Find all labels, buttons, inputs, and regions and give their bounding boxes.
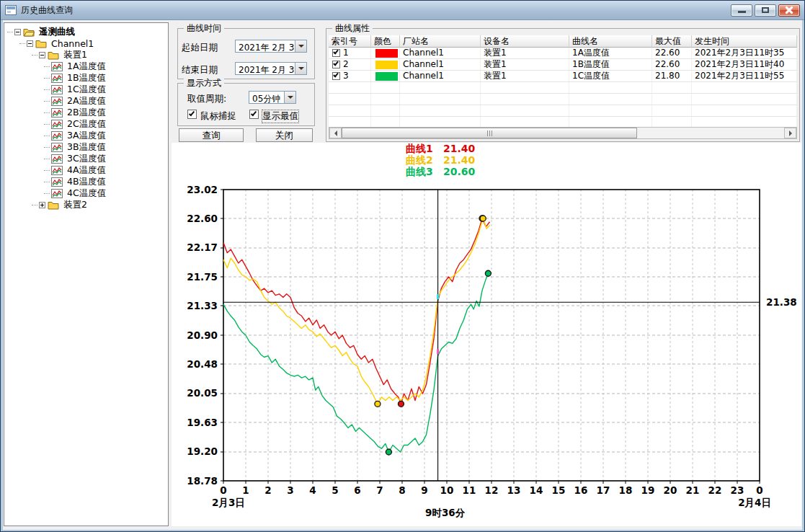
tree-item[interactable]: 2C温度值 [4, 118, 168, 130]
query-button[interactable]: 查询 [179, 128, 244, 142]
maximize-button[interactable] [755, 4, 776, 17]
color-cell [371, 48, 400, 58]
table-row[interactable]: 1Channel1装置11A温度值22.602021年2月3日11时35 [329, 48, 797, 59]
tree-item-label[interactable]: 3C温度值 [66, 153, 107, 165]
tree-item-label[interactable]: 3A温度值 [66, 130, 107, 142]
curve-color-swatch [375, 61, 398, 69]
tree-item[interactable]: 1A温度值 [4, 61, 168, 72]
chevron-down-icon[interactable] [295, 63, 306, 74]
curve-icon [51, 166, 63, 175]
tree-item-label[interactable]: 4C温度值 [66, 187, 107, 200]
expand-icon[interactable] [39, 202, 45, 208]
tree-item[interactable]: Channel1 [4, 37, 168, 49]
table-horizontal-scrollbar[interactable] [329, 127, 797, 139]
empty-cell [400, 82, 481, 93]
curve-color-swatch [375, 49, 398, 58]
scroll-right-icon[interactable] [784, 128, 796, 138]
max-value-cell: 21.80 [652, 71, 692, 81]
empty-cell [329, 105, 371, 116]
max-value-cell: 22.60 [652, 48, 692, 58]
collapse-icon[interactable] [14, 29, 21, 35]
legend-curve-name: 曲线3 [406, 166, 443, 177]
column-header[interactable]: 发生时间 [692, 35, 797, 48]
tree-item-label[interactable]: 2C温度值 [66, 118, 107, 130]
tree-connector [19, 43, 25, 44]
tree-item[interactable]: 2B温度值 [4, 107, 168, 118]
tree-item[interactable]: 2A温度值 [4, 95, 168, 107]
station-cell: Channel1 [400, 59, 481, 70]
tree-item-label[interactable]: 装置2 [62, 199, 89, 211]
svg-text:11: 11 [463, 484, 476, 496]
minimize-button[interactable] [731, 4, 752, 17]
tree-connector [32, 205, 37, 205]
scroll-left-icon[interactable] [329, 128, 342, 138]
tree-item[interactable]: 4C温度值 [4, 187, 168, 199]
column-header[interactable]: 曲线名 [569, 35, 652, 48]
tree-item-label[interactable]: 1C温度值 [66, 84, 107, 96]
column-header[interactable]: 颜色 [371, 35, 400, 48]
table-row[interactable]: 3Channel1装置11C温度值21.802021年2月3日11时55 [329, 71, 797, 82]
curve-tree-panel[interactable]: 遥测曲线Channel1装置11A温度值1B温度值1C温度值2A温度值2B温度值… [4, 22, 169, 526]
collapse-icon[interactable] [27, 40, 33, 47]
table-row[interactable]: 2Channel1装置11B温度值22.602021年2月3日11时40 [329, 59, 797, 71]
chevron-down-icon[interactable] [284, 92, 295, 103]
show-extremes-checkbox[interactable] [249, 110, 259, 119]
tree-item[interactable]: 3A温度值 [4, 130, 168, 141]
mouse-capture-checkbox[interactable] [187, 110, 197, 119]
row-checkbox[interactable] [332, 61, 340, 68]
column-header[interactable]: 厂站名 [400, 35, 481, 48]
close-query-button[interactable]: 关闭 [256, 128, 313, 142]
svg-text:12: 12 [485, 484, 499, 496]
tree-item[interactable]: 1C温度值 [4, 84, 168, 95]
column-header[interactable]: 设备名 [481, 35, 569, 48]
tree-item[interactable]: 3B温度值 [4, 141, 168, 153]
tree-item-label[interactable]: 2A温度值 [66, 95, 107, 107]
tree-item[interactable]: 4B温度值 [4, 176, 168, 187]
tree-item[interactable]: 1B温度值 [4, 72, 168, 84]
empty-cell [371, 94, 400, 105]
period-select[interactable]: 05分钟 [249, 91, 296, 104]
tree-connector [44, 124, 50, 125]
start-date-select[interactable]: 2021年 2月 3 [235, 40, 307, 53]
curve-name-cell: 1B温度值 [569, 59, 652, 70]
period-label: 取值周期: [187, 93, 226, 105]
history-curve-chart[interactable]: 23.0222.6022.1721.7521.3320.9020.4820.05… [180, 180, 800, 525]
collapse-icon[interactable] [39, 52, 45, 58]
svg-text:21: 21 [686, 484, 700, 496]
svg-text:20.05: 20.05 [187, 387, 218, 399]
scrollbar-thumb[interactable] [342, 128, 637, 138]
chevron-down-icon[interactable] [295, 40, 306, 52]
empty-cell [692, 82, 797, 93]
tree-item[interactable]: 装置2 [4, 199, 168, 210]
empty-table-row [329, 82, 797, 94]
tree-item-label[interactable]: 1A温度值 [66, 61, 107, 73]
row-checkbox[interactable] [332, 72, 340, 80]
empty-cell [400, 105, 481, 116]
tree-item-label[interactable]: 遥测曲线 [37, 26, 76, 38]
svg-text:0: 0 [756, 484, 762, 496]
svg-text:18: 18 [619, 484, 633, 496]
tree-item-label[interactable]: 3B温度值 [66, 141, 107, 154]
end-date-select[interactable]: 2021年 2月 3 [235, 62, 307, 75]
tree-item[interactable]: 4A温度值 [4, 164, 168, 176]
tree-item[interactable]: 3C温度值 [4, 153, 168, 164]
column-header[interactable]: 最大值 [652, 35, 692, 48]
tree-item-label[interactable]: 4B温度值 [66, 176, 107, 188]
title-bar[interactable]: 历史曲线查询 [1, 1, 804, 20]
tree-item-label[interactable]: Channel1 [50, 38, 95, 49]
close-button[interactable] [778, 4, 800, 17]
tree-item-label[interactable]: 4A温度值 [66, 164, 107, 177]
tree-item-label[interactable]: 装置1 [62, 49, 89, 61]
empty-cell [481, 105, 569, 116]
empty-cell [569, 117, 652, 127]
row-checkbox[interactable] [332, 49, 340, 57]
curve-icon [51, 97, 63, 106]
tree-item-label[interactable]: 2B温度值 [66, 107, 107, 119]
empty-table-row [329, 117, 797, 127]
tree-item[interactable]: 装置1 [4, 49, 168, 61]
tree-item[interactable]: 遥测曲线 [4, 26, 168, 37]
svg-text:1: 1 [242, 484, 249, 496]
column-header[interactable]: 索引号 [329, 35, 371, 48]
table-header: 索引号颜色厂站名设备名曲线名最大值发生时间 [329, 35, 797, 48]
tree-item-label[interactable]: 1B温度值 [66, 72, 107, 84]
